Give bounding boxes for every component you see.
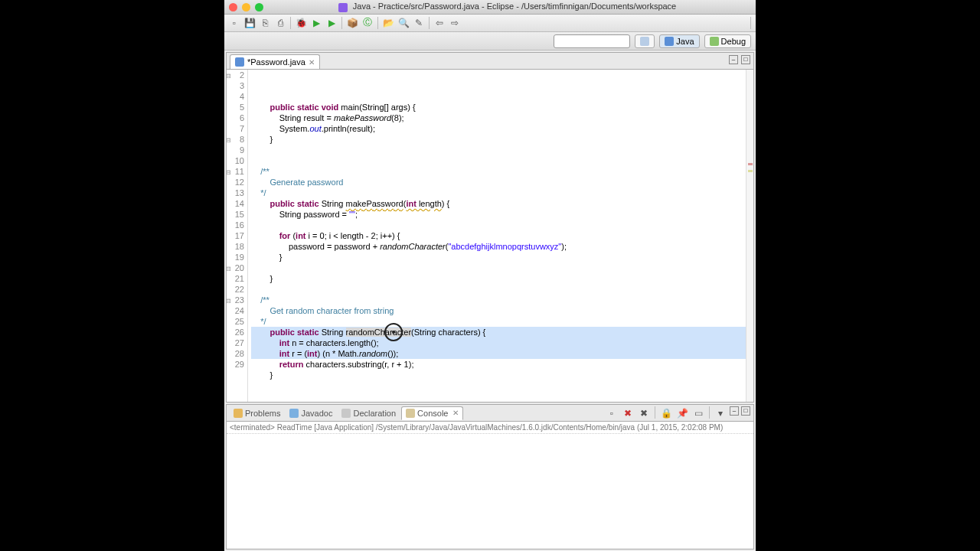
close-window-button[interactable] xyxy=(229,3,237,11)
window-controls xyxy=(229,3,263,11)
javadoc-tab[interactable]: Javadoc xyxy=(286,407,336,419)
problems-tab[interactable]: Problems xyxy=(230,407,284,419)
console-output[interactable] xyxy=(227,434,753,549)
java-perspective-button[interactable]: Java xyxy=(659,34,699,48)
scroll-lock-button[interactable]: 🔒 xyxy=(659,406,673,420)
console-icon xyxy=(406,409,415,418)
declaration-tab[interactable]: Declaration xyxy=(338,407,400,419)
display-console-button[interactable]: ▭ xyxy=(691,406,705,420)
search-button[interactable]: 🔍 xyxy=(397,16,410,30)
pin-console-button[interactable]: 📌 xyxy=(675,406,689,420)
run-button[interactable]: ▶ xyxy=(309,16,323,30)
quick-access-input[interactable] xyxy=(554,34,630,48)
error-marker[interactable] xyxy=(748,163,753,165)
print-button[interactable]: ⎙ xyxy=(273,16,287,30)
close-console-button[interactable]: ✕ xyxy=(452,409,459,417)
main-toolbar: ▫ 💾 ⎘ ⎙ 🐞 ▶ ▶ 📦 Ⓒ 📂 🔍 ✎ ⇦ ⇨ xyxy=(224,15,756,32)
minimize-editor-button[interactable]: – xyxy=(729,55,738,64)
editor-tabs: *Password.java ✕ – □ xyxy=(227,53,753,70)
java-perspective-icon xyxy=(665,37,674,46)
editor-area: *Password.java ✕ – □ 2⊟345678⊟91011⊟1213… xyxy=(226,52,754,403)
console-toolbar: ▫ ✖ ✖ 🔒 📌 ▭ ▾ – □ xyxy=(605,406,750,420)
eclipse-window: Java - Practice/src/Password.java - Ecli… xyxy=(224,0,756,551)
nav-back-button[interactable]: ⇦ xyxy=(433,16,446,30)
perspective-bar: Java Debug xyxy=(224,32,756,51)
open-perspective-button[interactable] xyxy=(635,34,655,48)
remove-launch-button[interactable]: ▫ xyxy=(605,406,619,420)
console-tab[interactable]: Console ✕ xyxy=(401,406,463,420)
open-type-button[interactable]: 📂 xyxy=(381,16,395,30)
window-title: Java - Practice/src/Password.java - Ecli… xyxy=(263,2,751,11)
declaration-icon xyxy=(341,409,351,418)
debug-perspective-button[interactable]: Debug xyxy=(704,34,751,48)
titlebar: Java - Practice/src/Password.java - Ecli… xyxy=(224,0,756,15)
zoom-window-button[interactable] xyxy=(255,3,263,11)
new-class-button[interactable]: Ⓒ xyxy=(361,16,374,30)
close-tab-button[interactable]: ✕ xyxy=(309,58,315,67)
remove-all-button[interactable]: ✖ xyxy=(621,406,635,420)
editor-tab-password[interactable]: *Password.java ✕ xyxy=(230,54,320,69)
bottom-tabs: Problems Javadoc Declaration Console ✕ ▫… xyxy=(227,405,753,422)
minimize-window-button[interactable] xyxy=(242,3,250,11)
eclipse-icon xyxy=(338,3,348,12)
clear-console-button[interactable]: ✖ xyxy=(637,406,651,420)
code-content[interactable]: public static void main(String[] args) {… xyxy=(248,70,753,402)
editor-tab-label: *Password.java xyxy=(247,57,305,67)
bottom-panel: Problems Javadoc Declaration Console ✕ ▫… xyxy=(226,404,754,549)
debug-perspective-icon xyxy=(710,37,719,46)
toggle-mark-button[interactable]: ✎ xyxy=(412,16,426,30)
line-gutter: 2⊟345678⊟91011⊟121314151617181920⊟212223… xyxy=(227,70,248,402)
java-file-icon xyxy=(235,57,244,67)
overview-ruler xyxy=(746,70,753,402)
code-editor[interactable]: 2⊟345678⊟91011⊟121314151617181920⊟212223… xyxy=(227,70,753,402)
minimize-panel-button[interactable]: – xyxy=(730,406,739,416)
maximize-panel-button[interactable]: □ xyxy=(741,406,750,416)
save-all-button[interactable]: ⎘ xyxy=(258,16,272,30)
javadoc-icon xyxy=(289,409,299,418)
nav-forward-button[interactable]: ⇨ xyxy=(448,16,462,30)
problems-icon xyxy=(234,409,243,418)
save-button[interactable]: 💾 xyxy=(243,16,256,30)
warning-marker[interactable] xyxy=(748,170,753,172)
perspective-icon xyxy=(640,37,649,46)
maximize-editor-button[interactable]: □ xyxy=(741,55,750,64)
new-package-button[interactable]: 📦 xyxy=(345,16,359,30)
run-last-button[interactable]: ▶ xyxy=(325,16,338,30)
console-header: <terminated> ReadTime [Java Application]… xyxy=(227,422,753,434)
debug-button[interactable]: 🐞 xyxy=(294,16,308,30)
new-button[interactable]: ▫ xyxy=(227,16,241,30)
open-console-button[interactable]: ▾ xyxy=(714,406,727,420)
